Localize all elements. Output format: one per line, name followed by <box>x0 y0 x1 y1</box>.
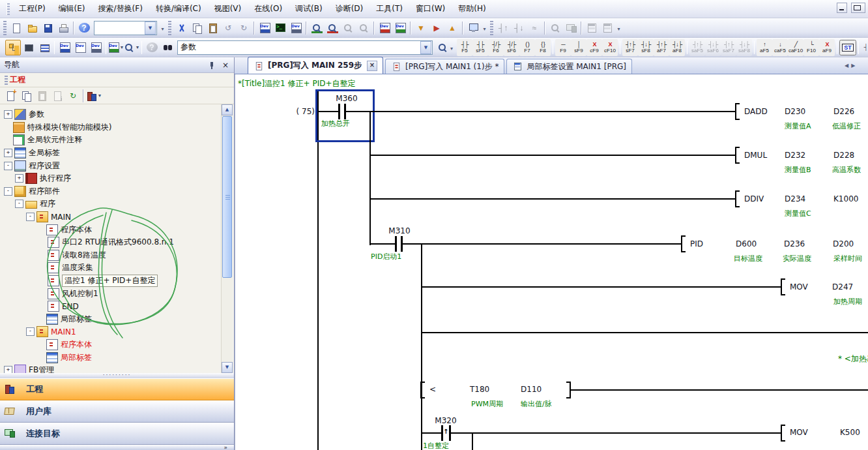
undo-button[interactable]: ↺ <box>220 20 236 36</box>
tree-expand-icon[interactable]: - <box>26 327 35 336</box>
contact-m310[interactable] <box>395 236 397 252</box>
tree-item-全局标签[interactable]: +全局标签 <box>0 147 220 160</box>
menu-item[interactable]: 编辑(E) <box>52 1 92 16</box>
fkey-F9-button[interactable]: ─F9 <box>555 39 571 56</box>
nav-button-连接目标[interactable]: 连接目标 <box>0 423 234 445</box>
navigation-window-toggle-button[interactable] <box>5 40 21 55</box>
new-project-button[interactable] <box>8 20 24 36</box>
tree-item-程序部件[interactable]: -程序部件 <box>0 185 220 198</box>
scroll-down-icon[interactable]: ▼ <box>222 362 233 373</box>
chevron-down-icon[interactable]: ▼ <box>136 45 140 50</box>
fkey-caF10-button[interactable]: ╱caF10 <box>788 39 803 56</box>
fkey-caF5-button[interactable]: ↓caF5 <box>772 39 788 56</box>
tree-item-温度采集[interactable]: 温度采集 <box>0 262 220 275</box>
tree-expand-icon[interactable]: + <box>4 366 12 373</box>
monitor-stop-button[interactable] <box>325 20 340 36</box>
tree-item-程序本体[interactable]: 程序本体 <box>0 223 220 236</box>
nav-button-工程[interactable]: 工程 <box>0 378 234 400</box>
fkey-F10-button[interactable]: └F10 <box>803 39 819 56</box>
device-find-button[interactable] <box>257 20 272 36</box>
chevron-down-icon[interactable]: ▼ <box>98 93 102 98</box>
tree-expand-icon[interactable]: + <box>4 149 12 157</box>
tree-item-全局软元件注释[interactable]: 全局软元件注释 <box>0 134 220 147</box>
fkey-sF8-button[interactable]: ┤↓├sF8 <box>638 39 654 56</box>
tree-expand-icon[interactable]: - <box>4 162 12 170</box>
instruction-mnemonic[interactable]: PID <box>690 239 703 248</box>
tree-expand-icon[interactable]: - <box>4 187 12 196</box>
compare-bracket-right[interactable] <box>566 382 571 398</box>
toolbar-overflow-button[interactable]: ▾ <box>481 21 488 35</box>
redo-button[interactable]: ↻ <box>236 20 252 36</box>
toolbar-grip[interactable] <box>490 21 493 35</box>
ladder-editor[interactable]: *[Title]温控1 修正+ PID+自整定 ( 75) M360 加热总开 … <box>235 74 868 450</box>
instruction-mnemonic[interactable]: MOV <box>790 428 808 437</box>
more-buttons-chevron[interactable]: » <box>0 445 234 450</box>
menu-item[interactable]: 诊断(D) <box>329 1 370 16</box>
open-project-button[interactable] <box>24 20 40 36</box>
tree-expand-icon[interactable]: - <box>15 200 23 208</box>
tree-item-参数[interactable]: +参数 <box>0 108 220 121</box>
tab-close-icon[interactable]: × <box>367 61 377 71</box>
fkey-F7-button[interactable]: ( )F7 <box>519 39 535 56</box>
cross-reference-find-button[interactable] <box>160 40 175 55</box>
tree-expand-icon[interactable]: + <box>15 174 23 183</box>
operand[interactable]: K1000 <box>833 194 858 203</box>
instruction-bracket[interactable] <box>681 235 686 252</box>
verify-with-plc-button[interactable]: ▲ <box>444 20 460 36</box>
fkey-sF6-button[interactable]: ┤/├sF6 <box>504 39 519 56</box>
menu-item[interactable]: 工具(T) <box>369 1 409 16</box>
fkey-aF8-button[interactable]: ┤↓├aF8 <box>669 39 685 56</box>
instruction-mnemonic[interactable]: DDIV <box>744 194 764 203</box>
zoom-combo[interactable]: ▼ <box>94 21 157 35</box>
menu-item[interactable]: 帮助(H) <box>452 1 492 16</box>
device-memory-button[interactable] <box>72 40 88 55</box>
instruction-bracket[interactable] <box>735 190 740 207</box>
operand[interactable]: D234 <box>785 194 805 203</box>
menu-item[interactable]: 视图(V) <box>208 1 248 16</box>
tree-item-执行程序[interactable]: +执行程序 <box>0 172 220 185</box>
fkey-sF7-button[interactable]: ┤↑├sF7 <box>622 39 638 56</box>
minimize-icon[interactable] <box>837 3 847 13</box>
contact-m360[interactable] <box>338 104 340 119</box>
nav-button-用户库[interactable]: 用户库 <box>0 400 234 423</box>
scroll-up-icon[interactable]: ▲ <box>222 104 233 115</box>
read-from-plc-button[interactable]: ▶ <box>429 20 444 36</box>
instruction-mnemonic[interactable]: DMUL <box>744 151 767 160</box>
st-editor-button[interactable]: ST <box>839 40 856 55</box>
close-icon[interactable]: × <box>221 61 230 70</box>
instruction-bracket[interactable] <box>781 425 785 442</box>
instruction-bracket[interactable] <box>735 147 740 164</box>
device-display-button[interactable]: ▼ <box>108 40 124 55</box>
help-button[interactable]: ? <box>76 20 92 36</box>
nav-sort-filter-button[interactable]: ▼ <box>86 88 102 104</box>
operand[interactable]: D232 <box>785 151 805 160</box>
monitor-mode-button[interactable] <box>465 20 481 36</box>
module-configuration-button[interactable] <box>21 40 36 55</box>
copy-button[interactable] <box>189 20 205 36</box>
panel-splitter[interactable]: ········· <box>0 373 234 378</box>
operand[interactable]: D110 <box>521 385 542 394</box>
find-target-combo-value[interactable]: 参数 <box>178 42 420 53</box>
toolbar-overflow-button[interactable]: ▾ <box>615 21 622 35</box>
operand[interactable]: D247 <box>832 282 853 292</box>
document-tab[interactable]: [PRG]写入 MAIN1 (1)步 * <box>385 59 504 74</box>
operand[interactable]: T180 <box>470 385 489 394</box>
operand[interactable]: D226 <box>833 107 854 116</box>
menu-grip[interactable] <box>7 3 10 15</box>
operand[interactable]: K500 <box>840 428 860 437</box>
instruction-mnemonic[interactable]: DADD <box>744 107 768 116</box>
toolbar-overflow-button[interactable]: ▾ <box>159 21 166 35</box>
device-reference-button[interactable] <box>88 40 104 55</box>
operand[interactable]: D200 <box>833 239 854 248</box>
comment-edit-button[interactable] <box>861 40 868 55</box>
tab-scroll-arrows[interactable]: ◀▶ <box>845 63 864 68</box>
fkey-cF9-button[interactable]: XcF9 <box>586 39 602 56</box>
tree-item-局部标签[interactable]: 局部标签 <box>0 351 220 364</box>
section-grip[interactable] <box>5 76 8 85</box>
menu-item[interactable]: 搜索/替换(F) <box>92 1 149 16</box>
find-target-combo[interactable]: 参数▼ <box>177 40 433 55</box>
pin-icon[interactable] <box>208 61 216 69</box>
operand[interactable]: D600 <box>736 239 757 248</box>
monitor-start-button[interactable] <box>309 20 325 36</box>
nav-new-data-button[interactable] <box>3 88 18 104</box>
